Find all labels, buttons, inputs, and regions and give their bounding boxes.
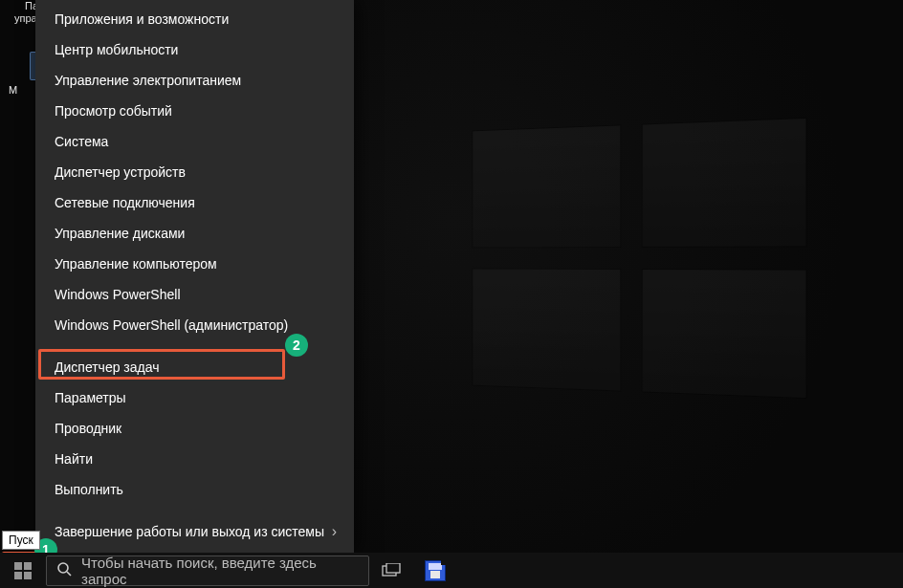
winx-item-system[interactable]: Система xyxy=(35,126,354,157)
taskbar-search[interactable]: Чтобы начать поиск, введите здесь запрос xyxy=(46,555,369,586)
winx-item-task-manager[interactable]: Диспетчер задач xyxy=(35,352,354,382)
winx-item-label: Завершение работы или выход из системы xyxy=(55,524,324,539)
winx-item-network-connections[interactable]: Сетевые подключения xyxy=(35,187,354,218)
search-icon xyxy=(56,561,72,579)
winx-item-settings[interactable]: Параметры xyxy=(35,382,354,413)
windows-logo-wallpaper xyxy=(472,118,806,399)
winx-item-computer-management[interactable]: Управление компьютером xyxy=(35,249,354,279)
start-tooltip: Пуск xyxy=(2,531,40,550)
taskbar-app-save[interactable] xyxy=(413,553,457,588)
winx-item-disk-management[interactable]: Управление дисками xyxy=(35,218,354,249)
winx-item-shutdown-signout[interactable]: Завершение работы или выход из системы › xyxy=(35,516,354,547)
winx-item-search[interactable]: Найти xyxy=(35,444,354,474)
winx-item-powershell-admin[interactable]: Windows PowerShell (администратор) xyxy=(35,310,354,340)
winx-item-apps-features[interactable]: Приложения и возможности xyxy=(35,4,354,34)
winx-item-run[interactable]: Выполнить xyxy=(35,474,354,505)
search-placeholder: Чтобы начать поиск, введите здесь запрос xyxy=(81,555,359,587)
svg-point-0 xyxy=(58,563,68,573)
svg-line-1 xyxy=(67,572,71,576)
winx-item-explorer[interactable]: Проводник xyxy=(35,413,354,444)
task-view-icon xyxy=(382,563,401,578)
winx-item-powershell[interactable]: Windows PowerShell xyxy=(35,279,354,310)
svg-rect-3 xyxy=(386,563,400,573)
windows-start-icon xyxy=(14,562,32,579)
start-button[interactable] xyxy=(0,553,46,588)
task-view-button[interactable] xyxy=(369,553,413,588)
chevron-right-icon: › xyxy=(332,524,337,539)
winx-item-power-options[interactable]: Управление электропитанием xyxy=(35,65,354,96)
winx-item-device-manager[interactable]: Диспетчер устройств xyxy=(35,157,354,187)
winx-item-mobility-center[interactable]: Центр мобильности xyxy=(35,34,354,65)
winx-menu: Приложения и возможности Центр мобильнос… xyxy=(35,0,354,553)
floppy-disk-icon xyxy=(425,560,446,581)
winx-item-event-viewer[interactable]: Просмотр событий xyxy=(35,96,354,126)
taskbar: Чтобы начать поиск, введите здесь запрос xyxy=(0,553,903,588)
